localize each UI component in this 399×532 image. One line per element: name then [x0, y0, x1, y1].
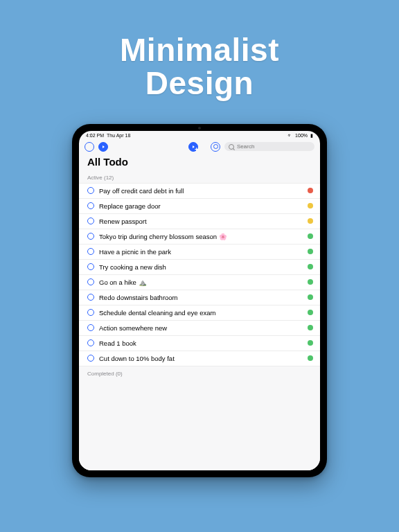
priority-dot [308, 218, 313, 224]
priority-dot [308, 355, 313, 361]
todo-checkbox[interactable] [87, 248, 94, 255]
todo-row[interactable]: Go on a hike ⛰️ [79, 274, 320, 290]
todo-row[interactable]: Try cooking a new dish [79, 259, 320, 274]
todo-checkbox[interactable] [87, 263, 94, 270]
status-time: 4:02 PM [86, 133, 104, 138]
empty-area [79, 379, 320, 470]
todo-text: Replace garage door [99, 202, 303, 210]
todo-row[interactable]: Have a picnic in the park [79, 244, 320, 259]
search-icon [229, 144, 234, 150]
screen: 4:02 PM Thu Apr 18 ᯤ 100% ▮ All Todo Act… [79, 131, 320, 470]
todo-text: Read 1 book [99, 339, 303, 347]
status-bar: 4:02 PM Thu Apr 18 ᯤ 100% ▮ [79, 131, 320, 139]
todo-checkbox[interactable] [87, 339, 94, 346]
todo-row[interactable]: Schedule dental cleaning and eye exam [79, 305, 320, 320]
priority-dot [308, 188, 313, 193]
todo-text: Renew passport [99, 218, 303, 225]
todo-row[interactable]: Action somewhere new [79, 320, 320, 335]
hero-title: Minimalist Design [120, 33, 279, 100]
wifi-icon: ᯤ [287, 133, 292, 138]
priority-dot [308, 294, 313, 300]
todo-text: Action somewhere new [99, 324, 303, 332]
todo-text: Have a picnic in the park [99, 248, 303, 256]
play-button[interactable] [98, 142, 108, 152]
todo-row[interactable]: Tokyo trip during cherry blossom season … [79, 229, 320, 244]
todo-text: Schedule dental cleaning and eye exam [99, 309, 303, 317]
todo-text: Tokyo trip during cherry blossom season … [99, 233, 303, 240]
device-notch [181, 125, 218, 131]
todo-checkbox[interactable] [87, 202, 94, 209]
todo-checkbox[interactable] [87, 294, 94, 301]
section-active-label: Active (12) [79, 170, 320, 183]
priority-dot [308, 264, 313, 269]
priority-dot [308, 340, 313, 346]
priority-dot [308, 233, 313, 239]
todo-list: Pay off credit card debt in fullReplace … [79, 183, 320, 366]
todo-checkbox[interactable] [87, 309, 94, 316]
todo-text: Go on a hike ⛰️ [99, 278, 303, 286]
page-title: All Todo [79, 156, 320, 170]
status-date: Thu Apr 18 [107, 133, 130, 138]
todo-row[interactable]: Redo downstairs bathroom [79, 290, 320, 305]
priority-dot [308, 325, 313, 330]
status-battery: 100% [295, 133, 308, 138]
todo-checkbox[interactable] [87, 278, 94, 285]
todo-checkbox[interactable] [87, 355, 94, 362]
todo-row[interactable]: Cut down to 10% body fat [79, 351, 320, 366]
todo-checkbox[interactable] [87, 233, 94, 240]
add-button[interactable] [188, 142, 198, 152]
priority-dot [308, 249, 313, 254]
toolbar [79, 139, 320, 156]
todo-row[interactable]: Pay off credit card debt in full [79, 183, 320, 198]
section-completed-label: Completed (0) [79, 366, 320, 379]
todo-checkbox[interactable] [87, 218, 94, 224]
todo-text: Try cooking a new dish [99, 263, 303, 271]
priority-dot [308, 310, 313, 315]
battery-icon: ▮ [310, 133, 313, 139]
hero-line-2: Design [120, 66, 279, 100]
todo-row[interactable]: Read 1 book [79, 335, 320, 351]
todo-text: Cut down to 10% body fat [99, 355, 303, 362]
todo-row[interactable]: Replace garage door [79, 198, 320, 213]
todo-row[interactable]: Renew passport [79, 213, 320, 229]
todo-text: Pay off credit card debt in full [99, 187, 303, 195]
hero-line-1: Minimalist [120, 33, 279, 66]
settings-button[interactable] [211, 142, 220, 152]
tablet-frame: 4:02 PM Thu Apr 18 ᯤ 100% ▮ All Todo Act… [72, 124, 327, 477]
filter-button[interactable] [85, 142, 94, 152]
todo-text: Redo downstairs bathroom [99, 294, 303, 301]
search-input[interactable] [237, 143, 310, 150]
search-field[interactable] [224, 142, 314, 151]
priority-dot [308, 279, 313, 285]
priority-dot [308, 203, 313, 209]
todo-checkbox[interactable] [87, 187, 94, 194]
todo-checkbox[interactable] [87, 324, 94, 331]
